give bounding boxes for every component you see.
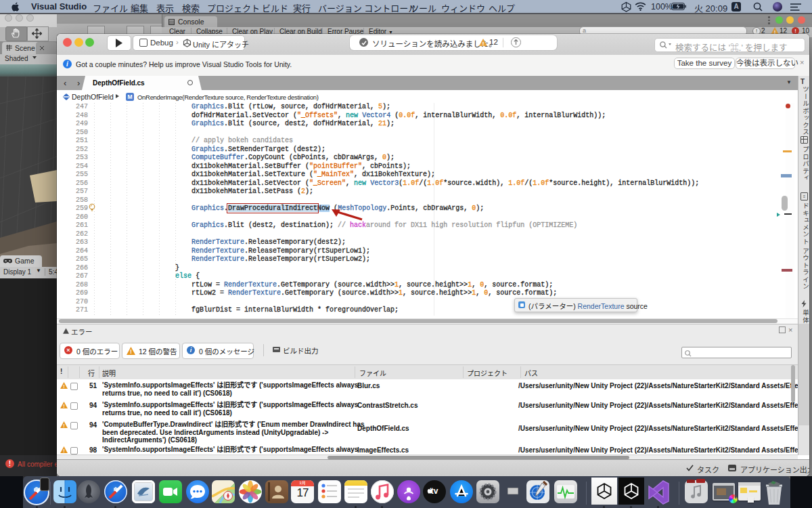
- svg-text:!: !: [63, 383, 64, 389]
- svg-text:!: !: [63, 423, 64, 428]
- svg-text:!: !: [482, 40, 484, 46]
- svg-text:!: !: [63, 403, 64, 408]
- svg-text:!: !: [130, 348, 132, 355]
- svg-text:!: !: [63, 448, 64, 453]
